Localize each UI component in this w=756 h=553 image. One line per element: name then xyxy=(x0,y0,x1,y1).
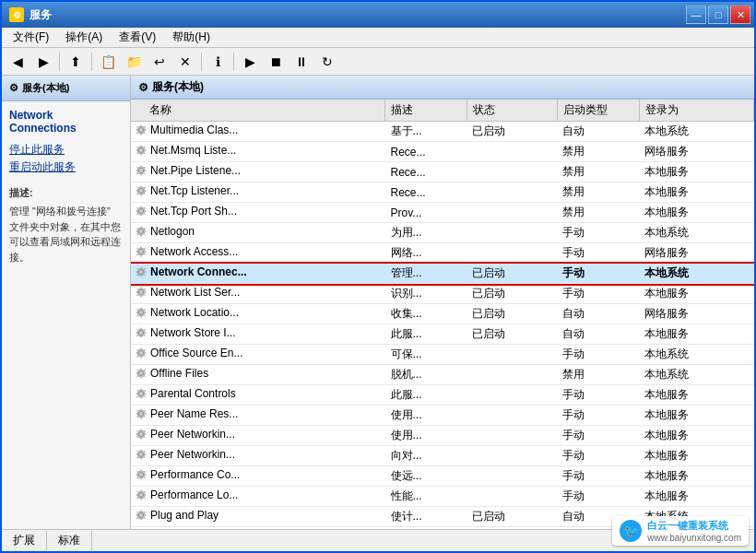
right-panel-header-title: 服务(本地) xyxy=(152,79,204,95)
table-row[interactable]: Netlogon为用...手动本地系统 xyxy=(131,223,754,243)
service-gear-icon xyxy=(135,488,148,501)
service-startup-cell: 自动 xyxy=(557,304,639,324)
service-name-cell: Net.Tcp Listener... xyxy=(131,182,274,199)
service-startup-cell: 禁用 xyxy=(557,182,639,203)
table-row[interactable]: Peer Name Res...使用...手动本地服务 xyxy=(131,406,754,426)
table-row[interactable]: Network Connec...管理...已启动手动本地系统 xyxy=(131,264,754,284)
service-startup-cell: 手动 xyxy=(557,446,639,466)
service-startup-cell: 禁用 xyxy=(557,203,639,223)
restart-service-link[interactable]: 重启动此服务 xyxy=(9,159,123,175)
service-login-cell: 本地服务 xyxy=(639,385,753,406)
watermark-text: 白云一键重装系统 www.baiyunxitong.com xyxy=(647,519,741,543)
table-row[interactable]: Network List Ser...识别...已启动手动本地服务 xyxy=(131,284,754,304)
up-button[interactable]: ⬆ xyxy=(64,51,88,73)
table-row[interactable]: Peer Networkin...使用...手动本地服务 xyxy=(131,426,754,446)
table-row[interactable]: Network Store I...此服...已启动自动本地服务 xyxy=(131,324,754,345)
service-gear-icon xyxy=(135,407,148,420)
table-row[interactable]: Performance Lo...性能...手动本地服务 xyxy=(131,487,754,507)
toolbar-separator-2 xyxy=(91,53,92,71)
table-row[interactable]: Network Locatio...收集...已启动自动网络服务 xyxy=(131,304,754,324)
forward-button[interactable]: ▶ xyxy=(31,51,55,73)
pause-service-button[interactable]: ⏸ xyxy=(289,51,313,73)
menu-action[interactable]: 操作(A) xyxy=(58,28,110,47)
minimize-button[interactable]: — xyxy=(686,6,706,24)
service-desc-cell: 收集... xyxy=(385,304,467,324)
left-panel-header-title: 服务(本地) xyxy=(22,81,69,95)
tab-expand[interactable]: 扩展 xyxy=(2,531,47,550)
service-desc-cell: 使远... xyxy=(385,466,467,487)
service-status-cell xyxy=(467,385,557,406)
table-row[interactable]: Net.Tcp Listener...Rece...禁用本地服务 xyxy=(131,182,754,203)
col-desc[interactable]: 描述 xyxy=(385,100,467,122)
service-desc-cell: 网络... xyxy=(385,243,467,264)
table-row[interactable]: Net.Msmq Liste...Rece...禁用网络服务 xyxy=(131,142,754,162)
table-row[interactable]: Network Access...网络...手动网络服务 xyxy=(131,243,754,264)
service-name-cell: Network Access... xyxy=(131,243,274,260)
service-desc-cell: 脱机... xyxy=(385,365,467,385)
tab-standard[interactable]: 标准 xyxy=(47,531,92,550)
service-login-cell: 本地服务 xyxy=(639,324,753,345)
table-row[interactable]: Performance Co...使远...手动本地服务 xyxy=(131,466,754,487)
main-area: ⚙ 服务(本地) Network Connections 停止此服务 重启动此服… xyxy=(2,76,754,529)
col-status[interactable]: 状态 xyxy=(467,100,557,122)
service-name-cell: Performance Co... xyxy=(131,466,274,483)
service-name-cell: Net.Pipe Listene... xyxy=(131,162,274,179)
service-status-cell xyxy=(467,223,557,243)
svg-point-2 xyxy=(139,128,143,132)
table-row[interactable]: Net.Pipe Listene...Rece...禁用本地服务 xyxy=(131,162,754,182)
service-name-cell: Net.Msmq Liste... xyxy=(131,142,274,159)
table-row[interactable]: Net.Tcp Port Sh...Prov...禁用本地服务 xyxy=(131,203,754,223)
table-row[interactable]: Multimedia Clas...基于...已启动自动本地系统 xyxy=(131,122,754,142)
service-login-cell: 网络服务 xyxy=(639,304,753,324)
menu-help[interactable]: 帮助(H) xyxy=(165,28,218,47)
stop-service-button[interactable]: ⏹ xyxy=(264,51,288,73)
table-row[interactable]: Peer Networkin...向对...手动本地服务 xyxy=(131,446,754,466)
close-button[interactable]: ✕ xyxy=(730,6,750,24)
menu-view[interactable]: 查看(V) xyxy=(112,28,163,47)
service-name-label: Network Locatio... xyxy=(150,306,239,319)
service-name-cell: Network Locatio... xyxy=(131,304,274,321)
maximize-button[interactable]: □ xyxy=(708,6,728,24)
service-gear-icon xyxy=(135,144,148,157)
left-panel-header: ⚙ 服务(本地) xyxy=(2,76,130,101)
services-table-container[interactable]: 名称 描述 状态 启动类型 登录为 Multimedia Clas...基于..… xyxy=(131,100,754,529)
undo-button[interactable]: ↩ xyxy=(148,51,171,73)
svg-point-32 xyxy=(139,331,143,335)
properties-button[interactable]: ℹ xyxy=(206,51,230,73)
service-name-label: Performance Co... xyxy=(150,468,240,481)
stop-service-link[interactable]: 停止此服务 xyxy=(9,142,123,158)
table-row[interactable]: Offline Files脱机...禁用本地系统 xyxy=(131,365,754,385)
service-name-cell: Peer Networkin... xyxy=(131,426,274,442)
right-panel-header-icon: ⚙ xyxy=(138,81,148,94)
service-startup-cell: 手动 xyxy=(557,385,639,406)
service-login-cell: 本地系统 xyxy=(639,365,753,385)
service-status-cell: 已启动 xyxy=(467,304,557,324)
svg-point-59 xyxy=(139,513,143,517)
service-gear-icon xyxy=(135,468,148,481)
service-desc-cell: Rece... xyxy=(385,142,467,162)
service-login-cell: 本地服务 xyxy=(639,162,753,182)
service-status-cell xyxy=(467,487,557,507)
svg-point-8 xyxy=(139,169,143,172)
col-startup[interactable]: 启动类型 xyxy=(557,100,639,122)
table-row[interactable]: Office Source En...可保...手动本地系统 xyxy=(131,345,754,365)
service-login-cell: 本地服务 xyxy=(639,487,753,507)
col-name[interactable]: 名称 xyxy=(131,100,385,122)
paste-button[interactable]: 📁 xyxy=(122,51,146,73)
restart-service-button[interactable]: ↻ xyxy=(315,51,339,73)
delete-button[interactable]: ✕ xyxy=(173,51,197,73)
service-desc-cell: 使用... xyxy=(385,406,467,426)
table-row[interactable]: Parental Controls此服...手动本地服务 xyxy=(131,385,754,406)
service-desc-cell: 识别... xyxy=(385,284,467,304)
service-login-cell: 本地系统 xyxy=(639,264,753,284)
start-service-button[interactable]: ▶ xyxy=(238,51,262,73)
main-window: ⚙ 服务 — □ ✕ 文件(F) 操作(A) 查看(V) 帮助(H) ◀ ▶ ⬆… xyxy=(0,0,756,553)
service-startup-cell: 自动 xyxy=(557,324,639,345)
service-name-cell: Peer Name Res... xyxy=(131,406,274,422)
menu-file[interactable]: 文件(F) xyxy=(6,28,56,47)
copy-button[interactable]: 📋 xyxy=(96,51,120,73)
menu-bar: 文件(F) 操作(A) 查看(V) 帮助(H) xyxy=(2,28,754,48)
service-gear-icon xyxy=(135,428,148,441)
back-button[interactable]: ◀ xyxy=(6,51,30,73)
col-login[interactable]: 登录为 xyxy=(639,100,753,122)
